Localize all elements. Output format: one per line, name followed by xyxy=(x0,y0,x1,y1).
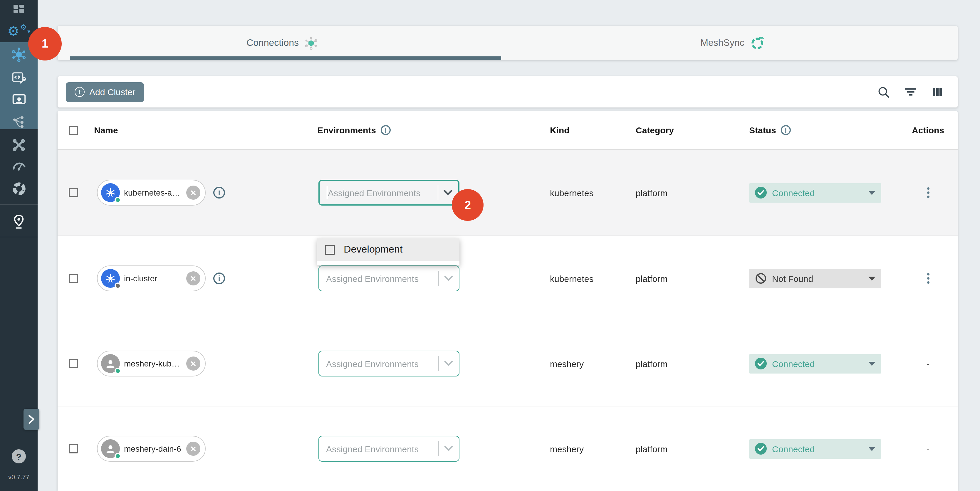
column-name[interactable]: Name xyxy=(94,125,118,135)
kind-value: kubernetes xyxy=(550,273,593,283)
status-dot xyxy=(115,283,121,289)
chevron-down-icon[interactable] xyxy=(444,190,452,195)
column-environments[interactable]: Environments xyxy=(317,125,376,135)
connection-info-icon[interactable]: i xyxy=(213,187,225,199)
environments-dropdown: Development xyxy=(317,238,460,265)
connection-name: in-cluster xyxy=(124,274,182,283)
column-category[interactable]: Category xyxy=(636,125,674,135)
kind-value: meshery xyxy=(550,444,584,454)
status-dot xyxy=(115,197,121,203)
menu-item-development[interactable]: Development xyxy=(317,238,460,261)
category-value: platform xyxy=(636,273,667,283)
connected-check-icon xyxy=(755,358,767,369)
row-actions-menu[interactable] xyxy=(924,185,932,200)
chevron-down-icon[interactable] xyxy=(444,446,453,452)
tab-meshsync[interactable]: MeshSync xyxy=(508,26,958,60)
plus-icon: + xyxy=(75,87,84,97)
environments-select[interactable]: Assigned Environments xyxy=(318,436,460,462)
workloads-icon[interactable] xyxy=(0,92,38,108)
help-button[interactable]: ? xyxy=(0,449,38,463)
table-row: meshery-kubescop… ✕ Assigned Environment… xyxy=(57,321,958,407)
status-select[interactable]: Not Found xyxy=(749,269,881,288)
status-select[interactable]: Connected xyxy=(749,183,881,202)
chevron-down-icon: ▾ xyxy=(27,28,30,34)
sidebar: ⚙ ⚙ ▾ xyxy=(0,0,38,491)
toolbar-icons xyxy=(877,86,943,99)
connection-chip[interactable]: kubernetes-admin… ✕ xyxy=(97,180,206,205)
remove-connection-icon[interactable]: ✕ xyxy=(186,356,200,370)
remove-connection-icon[interactable]: ✕ xyxy=(186,271,200,286)
meshery-app: ⚙ ⚙ ▾ xyxy=(0,0,980,491)
expand-sidebar-button[interactable] xyxy=(24,409,39,430)
kubernetes-icon xyxy=(101,183,120,202)
pipeline-icon[interactable] xyxy=(0,114,38,130)
connection-name: meshery-kubescop… xyxy=(124,359,182,368)
add-cluster-label: Add Cluster xyxy=(89,87,135,97)
connected-check-icon xyxy=(755,443,767,454)
remove-connection-icon[interactable]: ✕ xyxy=(186,186,200,200)
tab-connections[interactable]: Connections xyxy=(57,26,508,60)
caret-down-icon xyxy=(869,191,875,195)
connections-table: Name Environmentsi Kind Category Statusi… xyxy=(57,111,958,491)
connection-info-icon[interactable]: i xyxy=(213,273,225,284)
environments-info-icon[interactable]: i xyxy=(381,125,391,135)
column-actions: Actions xyxy=(912,125,944,135)
caret-down-icon xyxy=(869,361,875,365)
navigator-pin-icon[interactable] xyxy=(0,213,38,230)
sidebar-divider xyxy=(0,204,38,205)
select-all-checkbox[interactable] xyxy=(69,126,78,135)
status-dot xyxy=(115,368,121,374)
status-label: Connected xyxy=(772,444,863,454)
column-kind[interactable]: Kind xyxy=(550,125,570,135)
filter-icon[interactable] xyxy=(904,86,917,99)
status-label: Not Found xyxy=(772,273,863,283)
toolbox-icon[interactable] xyxy=(0,137,38,153)
environments-select[interactable]: Assigned Environments xyxy=(318,265,460,291)
app-version: v0.7.77 xyxy=(0,474,38,480)
tab-meshsync-label: MeshSync xyxy=(700,38,744,48)
not-found-icon xyxy=(755,273,767,284)
search-icon[interactable] xyxy=(877,86,890,99)
view-columns-icon[interactable] xyxy=(931,86,943,98)
environments-placeholder: Assigned Environments xyxy=(328,188,433,198)
chevron-down-icon[interactable] xyxy=(444,361,453,367)
connection-chip[interactable]: meshery-kubescop… ✕ xyxy=(97,351,206,377)
environments-select[interactable]: Assigned Environments xyxy=(318,351,460,377)
chevron-down-icon[interactable] xyxy=(444,275,453,281)
status-info-icon[interactable]: i xyxy=(781,125,791,135)
annotation-step-2-badge: 2 xyxy=(452,189,484,221)
status-select[interactable]: Connected xyxy=(749,354,881,373)
environments-placeholder: Assigned Environments xyxy=(326,444,434,454)
extensions-icon[interactable] xyxy=(0,181,38,197)
table-row: in-cluster ✕ i Assigned Environments kub… xyxy=(57,236,958,321)
performance-icon[interactable] xyxy=(0,159,38,174)
row-actions-menu[interactable] xyxy=(924,271,932,286)
option-label: Development xyxy=(344,244,402,256)
kind-value: kubernetes xyxy=(550,188,593,198)
kind-value: meshery xyxy=(550,359,584,369)
remove-connection-icon[interactable]: ✕ xyxy=(186,442,200,456)
connection-chip[interactable]: meshery-dain-6 ✕ xyxy=(97,436,206,462)
column-status[interactable]: Status xyxy=(749,125,776,135)
option-checkbox[interactable] xyxy=(325,245,335,254)
status-label: Connected xyxy=(772,359,863,369)
row-checkbox[interactable] xyxy=(69,188,78,197)
adapters-icon[interactable] xyxy=(0,69,38,86)
row-checkbox[interactable] xyxy=(69,359,78,368)
gear-icon: ⚙ xyxy=(7,24,19,38)
toolbar: + Add Cluster xyxy=(57,76,958,108)
environments-placeholder: Assigned Environments xyxy=(326,273,434,283)
row-checkbox[interactable] xyxy=(69,274,78,283)
environments-select[interactable]: Assigned Environments xyxy=(318,180,460,205)
dashboard-icon[interactable] xyxy=(0,2,38,17)
category-value: platform xyxy=(636,188,667,198)
add-cluster-button[interactable]: + Add Cluster xyxy=(66,82,144,102)
table-header: Name Environmentsi Kind Category Statusi… xyxy=(57,111,958,150)
status-select[interactable]: Connected xyxy=(749,439,881,458)
no-actions-placeholder: - xyxy=(926,359,929,369)
caret-down-icon xyxy=(869,447,875,451)
connection-name: meshery-dain-6 xyxy=(124,444,182,453)
row-checkbox[interactable] xyxy=(69,444,78,453)
meshsync-spinner-icon xyxy=(750,35,765,51)
connection-chip[interactable]: in-cluster ✕ xyxy=(97,265,206,291)
